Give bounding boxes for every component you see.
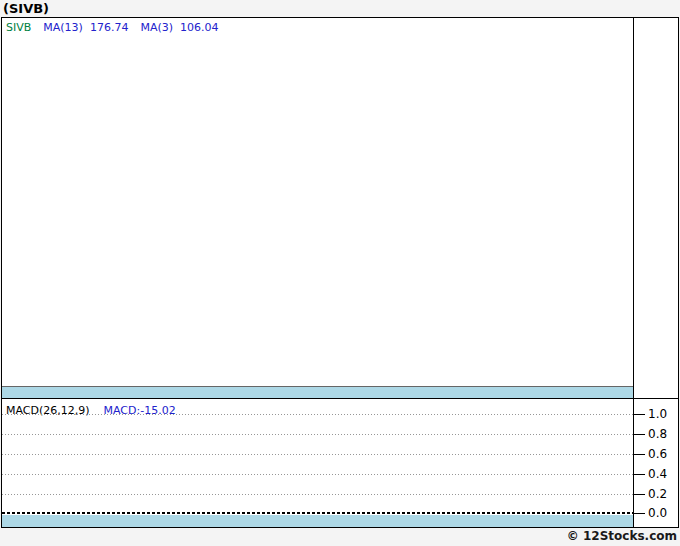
macd-gridline	[2, 454, 633, 455]
axis-tick-label: 0.0	[648, 507, 676, 519]
axis-tick-label: 1.0	[648, 408, 676, 420]
macd-label: MACD(26,12,9)	[6, 404, 90, 417]
macd-legend: MACD(26,12,9)MACD:-15.02	[6, 404, 176, 417]
macd-gridline	[2, 434, 633, 435]
axis-tick-label: 0.2	[648, 488, 676, 500]
macd-gridline	[2, 474, 633, 475]
macd-zero-line	[2, 512, 633, 514]
price-legend: SIVBMA(13)176.74MA(3)106.04	[6, 21, 231, 34]
axis-tick	[633, 513, 645, 514]
macd-value: MACD:-15.02	[104, 404, 176, 417]
axis-tick	[633, 454, 645, 455]
axis-tick-label: 0.4	[648, 468, 676, 480]
axis-tick-label: 0.6	[648, 448, 676, 460]
axis-tick	[633, 414, 645, 415]
panel-divider-line	[2, 398, 678, 399]
axis-tick	[633, 474, 645, 475]
stock-chart-page: (SIVB) SIVBMA(13)176.74MA(3)106.04 MACD(…	[0, 0, 680, 546]
page-title: (SIVB)	[3, 1, 49, 16]
chart-container: SIVBMA(13)176.74MA(3)106.04 MACD(26,12,9…	[1, 17, 679, 528]
price-panel-bottom-band	[2, 386, 633, 398]
axis-tick	[633, 494, 645, 495]
axis-tick	[633, 434, 645, 435]
macd-panel-bottom-band	[2, 515, 633, 527]
macd-gridline	[2, 414, 633, 415]
ma13-label: MA(13)	[43, 21, 83, 34]
ma13-value: 176.74	[90, 21, 129, 34]
branding-link[interactable]: © 12Stocks.com	[567, 529, 677, 543]
ma3-label: MA(3)	[140, 21, 173, 34]
axis-tick-label: 0.8	[648, 428, 676, 440]
macd-gridline	[2, 494, 633, 495]
ticker-symbol-label: SIVB	[6, 21, 31, 34]
ma3-value: 106.04	[180, 21, 219, 34]
axis-divider-line	[633, 18, 634, 527]
